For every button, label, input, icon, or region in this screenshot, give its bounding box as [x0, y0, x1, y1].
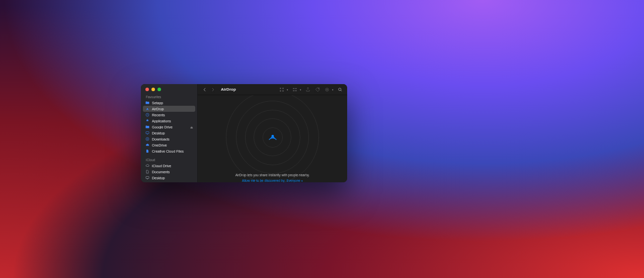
main-pane: AirDrop ▾ ▾ ▾ — [198, 84, 347, 182]
airdrop-radar — [232, 102, 313, 172]
sidebar-section-label: iCloud — [141, 154, 197, 163]
finder-window: Favourites Setapp AirDrop Recents Applic… — [141, 84, 347, 182]
view-icons-button[interactable] — [279, 86, 285, 93]
sidebar: Favourites Setapp AirDrop Recents Applic… — [141, 84, 198, 182]
desktop-wallpaper: Favourites Setapp AirDrop Recents Applic… — [0, 0, 644, 278]
share-button[interactable] — [305, 86, 311, 93]
toolbar-actions: ▾ ▾ ▾ — [279, 86, 343, 93]
folder-icon — [145, 101, 149, 105]
forward-button[interactable] — [210, 86, 216, 93]
sidebar-item-documents[interactable]: Documents — [143, 169, 195, 175]
sidebar-item-label: Desktop — [152, 131, 165, 135]
eject-icon[interactable]: ⏏ — [190, 125, 193, 129]
svg-rect-10 — [295, 88, 297, 89]
sidebar-list-favourites: Setapp AirDrop Recents Applications Goog — [141, 100, 197, 154]
icloud-icon — [145, 164, 149, 168]
sidebar-item-label: OneDrive — [152, 144, 167, 147]
sidebar-item-google-drive[interactable]: Google Drive ⏏ — [143, 124, 195, 130]
sidebar-item-label: iCloud Drive — [152, 164, 171, 168]
svg-rect-5 — [280, 88, 281, 89]
chevron-down-icon: ▾ — [301, 179, 303, 182]
group-button[interactable] — [292, 86, 298, 93]
sidebar-item-creative-cloud[interactable]: Creative Cloud Files — [143, 148, 195, 154]
folder-icon — [145, 125, 149, 129]
sidebar-item-label: Downloads — [152, 137, 170, 141]
sidebar-item-desktop-icloud[interactable]: Desktop — [143, 175, 195, 181]
download-icon — [145, 137, 149, 141]
sidebar-item-airdrop[interactable]: AirDrop — [143, 106, 195, 112]
document-icon — [145, 170, 149, 174]
search-button[interactable] — [337, 86, 343, 93]
svg-rect-2 — [146, 132, 149, 134]
clock-icon — [145, 113, 149, 117]
sidebar-item-downloads[interactable]: Downloads — [143, 136, 195, 142]
sidebar-list-icloud: iCloud Drive Documents Desktop — [141, 163, 197, 181]
svg-rect-6 — [282, 88, 284, 89]
svg-rect-7 — [280, 90, 281, 92]
radar-ring — [263, 127, 283, 148]
minimize-button[interactable] — [151, 88, 155, 91]
toolbar: AirDrop ▾ ▾ ▾ — [198, 84, 347, 95]
sidebar-item-onedrive[interactable]: OneDrive — [143, 142, 195, 148]
desktop-icon — [145, 131, 149, 135]
airdrop-icon — [145, 107, 149, 111]
svg-rect-8 — [282, 90, 284, 92]
sidebar-item-label: Applications — [152, 119, 171, 123]
sidebar-item-applications[interactable]: Applications — [143, 118, 195, 124]
sidebar-item-label: Documents — [152, 170, 170, 174]
content-area: AirDrop lets you share instantly with pe… — [198, 95, 347, 182]
tag-button[interactable] — [314, 86, 320, 93]
sidebar-item-setapp[interactable]: Setapp — [143, 100, 195, 106]
sidebar-item-label: Desktop — [152, 176, 165, 180]
sidebar-item-label: Google Drive — [152, 125, 173, 129]
svg-point-15 — [327, 89, 328, 90]
desktop-icon — [145, 176, 149, 180]
sidebar-item-recents[interactable]: Recents — [143, 112, 195, 118]
document-icon — [145, 149, 149, 153]
svg-rect-11 — [293, 90, 294, 91]
chevron-down-icon: ▾ — [287, 88, 288, 91]
svg-rect-4 — [146, 177, 149, 179]
chevron-down-icon: ▾ — [300, 88, 301, 91]
sidebar-section-label: Favourites — [141, 91, 197, 100]
sidebar-item-icloud-drive[interactable]: iCloud Drive — [143, 163, 195, 169]
applications-icon — [145, 119, 149, 123]
back-button[interactable] — [202, 86, 208, 93]
action-button[interactable] — [324, 86, 330, 93]
svg-point-16 — [339, 88, 341, 90]
sidebar-item-label: Creative Cloud Files — [152, 150, 184, 153]
sidebar-item-label: AirDrop — [152, 107, 164, 111]
svg-rect-12 — [295, 90, 297, 91]
svg-rect-9 — [293, 88, 294, 89]
cloud-icon — [145, 143, 149, 147]
svg-point-13 — [318, 88, 318, 89]
close-button[interactable] — [145, 88, 149, 91]
sidebar-item-label: Setapp — [152, 101, 163, 105]
maximize-button[interactable] — [157, 88, 161, 91]
nav-arrows — [202, 86, 216, 93]
chevron-down-icon: ▾ — [332, 88, 334, 91]
sidebar-item-desktop[interactable]: Desktop — [143, 130, 195, 136]
sidebar-item-label: Recents — [152, 113, 165, 117]
window-title: AirDrop — [221, 87, 236, 92]
window-controls — [141, 84, 197, 91]
